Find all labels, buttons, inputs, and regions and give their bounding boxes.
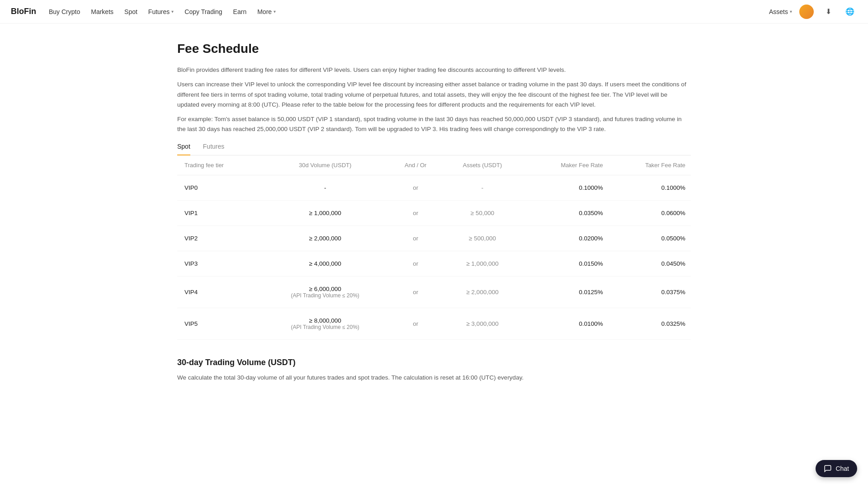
cell-volume: ≥ 6,000,000(API Trading Volume ≤ 20%): [261, 276, 389, 308]
nav-items: Buy Crypto Markets Spot Futures ▾ Copy T…: [49, 8, 276, 15]
col-tier: Trading fee tier: [177, 155, 261, 175]
table-row: VIP1 ≥ 1,000,000 or ≥ 50,000 0.0350% 0.0…: [177, 200, 691, 225]
cell-tier: VIP2: [177, 225, 261, 251]
tab-futures[interactable]: Futures: [203, 139, 224, 155]
cell-assets: -: [442, 175, 523, 200]
cell-connector: or: [389, 276, 442, 308]
more-chevron-icon: ▾: [274, 9, 276, 14]
navbar-right: Assets ▾ ⬇ 🌐: [769, 5, 857, 19]
assets-label: Assets: [769, 8, 788, 15]
cell-connector: or: [389, 308, 442, 339]
cell-taker: 0.0600%: [609, 200, 691, 225]
cell-taker: 0.0450%: [609, 251, 691, 276]
cell-maker: 0.0100%: [523, 308, 608, 339]
cell-taker: 0.0500%: [609, 225, 691, 251]
table-row: VIP2 ≥ 2,000,000 or ≥ 500,000 0.0200% 0.…: [177, 225, 691, 251]
col-maker: Maker Fee Rate: [523, 155, 608, 175]
cell-maker: 0.0200%: [523, 225, 608, 251]
futures-chevron-icon: ▾: [171, 9, 174, 14]
description-2: Users can increase their VIP level to un…: [177, 80, 691, 110]
logo-text: BloFin: [11, 7, 36, 16]
col-volume: 30d Volume (USDT): [261, 155, 389, 175]
nav-spot[interactable]: Spot: [124, 8, 137, 15]
col-taker: Taker Fee Rate: [609, 155, 691, 175]
table-header-row: Trading fee tier 30d Volume (USDT) And /…: [177, 155, 691, 175]
download-icon[interactable]: ⬇: [821, 5, 835, 19]
cell-assets: ≥ 500,000: [442, 225, 523, 251]
cell-assets: ≥ 2,000,000: [442, 276, 523, 308]
nav-more[interactable]: More ▾: [257, 8, 276, 15]
cell-volume: -: [261, 175, 389, 200]
navbar-left: BloFin Buy Crypto Markets Spot Futures ▾…: [11, 7, 276, 16]
cell-maker: 0.1000%: [523, 175, 608, 200]
logo[interactable]: BloFin: [11, 7, 36, 16]
description-3: For example: Tom's asset balance is 50,0…: [177, 114, 691, 135]
cell-volume: ≥ 1,000,000: [261, 200, 389, 225]
section-description: We calculate the total 30-day volume of …: [177, 373, 691, 383]
section-title: 30-day Trading Volume (USDT): [177, 358, 691, 367]
table-row: VIP5 ≥ 8,000,000(API Trading Volume ≤ 20…: [177, 308, 691, 339]
cell-assets: ≥ 1,000,000: [442, 251, 523, 276]
cell-maker: 0.0150%: [523, 251, 608, 276]
main-content: Fee Schedule BloFin provides different t…: [163, 23, 705, 410]
table-row: VIP3 ≥ 4,000,000 or ≥ 1,000,000 0.0150% …: [177, 251, 691, 276]
col-connector: And / Or: [389, 155, 442, 175]
cell-maker: 0.0350%: [523, 200, 608, 225]
cell-connector: or: [389, 175, 442, 200]
cell-tier: VIP4: [177, 276, 261, 308]
nav-buy-crypto[interactable]: Buy Crypto: [49, 8, 80, 15]
fee-table: Trading fee tier 30d Volume (USDT) And /…: [177, 155, 691, 340]
col-assets: Assets (USDT): [442, 155, 523, 175]
assets-button[interactable]: Assets ▾: [769, 8, 792, 15]
assets-chevron-icon: ▾: [790, 9, 792, 14]
nav-markets[interactable]: Markets: [91, 8, 113, 15]
tab-spot[interactable]: Spot: [177, 139, 190, 155]
cell-tier: VIP1: [177, 200, 261, 225]
cell-taker: 0.0325%: [609, 308, 691, 339]
cell-tier: VIP5: [177, 308, 261, 339]
table-row: VIP0 - or - 0.1000% 0.1000%: [177, 175, 691, 200]
tabs: Spot Futures: [177, 139, 691, 155]
description-1: BloFin provides different trading fee ra…: [177, 65, 691, 75]
cell-tier: VIP3: [177, 251, 261, 276]
cell-volume: ≥ 2,000,000: [261, 225, 389, 251]
cell-volume: ≥ 4,000,000: [261, 251, 389, 276]
cell-volume: ≥ 8,000,000(API Trading Volume ≤ 20%): [261, 308, 389, 339]
navbar: BloFin Buy Crypto Markets Spot Futures ▾…: [0, 0, 868, 23]
cell-taker: 0.1000%: [609, 175, 691, 200]
cell-connector: or: [389, 225, 442, 251]
page-title: Fee Schedule: [177, 42, 691, 56]
table-row: VIP4 ≥ 6,000,000(API Trading Volume ≤ 20…: [177, 276, 691, 308]
nav-earn[interactable]: Earn: [233, 8, 247, 15]
cell-maker: 0.0125%: [523, 276, 608, 308]
nav-copy-trading[interactable]: Copy Trading: [184, 8, 222, 15]
avatar[interactable]: [799, 5, 814, 19]
cell-assets: ≥ 50,000: [442, 200, 523, 225]
nav-futures[interactable]: Futures ▾: [148, 8, 174, 15]
cell-tier: VIP0: [177, 175, 261, 200]
globe-icon[interactable]: 🌐: [843, 5, 857, 19]
cell-assets: ≥ 3,000,000: [442, 308, 523, 339]
cell-connector: or: [389, 200, 442, 225]
cell-connector: or: [389, 251, 442, 276]
cell-taker: 0.0375%: [609, 276, 691, 308]
